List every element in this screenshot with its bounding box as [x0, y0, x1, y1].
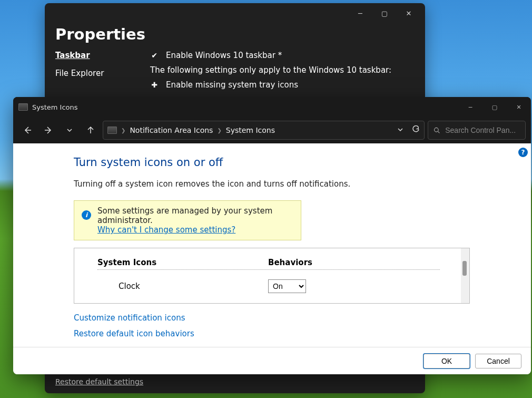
info-icon: i: [82, 210, 91, 220]
system-icons-table: System Icons Behaviors Clock On: [74, 248, 470, 304]
window-title: System Icons: [32, 103, 78, 111]
help-icon[interactable]: ?: [518, 148, 528, 157]
forward-button[interactable]: [40, 121, 57, 139]
page-heading: Turn system icons on or off: [74, 156, 531, 169]
plus-icon: ✚: [150, 81, 159, 89]
location-icon: [107, 127, 117, 134]
properties-title: Properties: [55, 25, 415, 43]
address-bar[interactable]: ❯ Notification Area Icons ❯ System Icons: [103, 121, 425, 140]
scrollbar[interactable]: [461, 248, 469, 303]
restore-default-behaviors-link[interactable]: Restore default icon behaviors: [74, 329, 531, 338]
system-icons-window: System Icons ─ ▢ ✕ ❯ Notification Area I…: [13, 97, 531, 374]
icon-name-clock: Clock: [97, 281, 268, 291]
address-dropdown-button[interactable]: [397, 126, 403, 134]
scrollbar-thumb[interactable]: [462, 261, 467, 276]
search-icon: [434, 127, 440, 134]
maximize-button[interactable]: ▢: [372, 5, 397, 21]
setting-note: The following settings only apply to the…: [150, 65, 415, 75]
close-button[interactable]: ✕: [507, 97, 531, 117]
refresh-button[interactable]: [412, 125, 420, 135]
minimize-button[interactable]: ─: [458, 97, 482, 117]
setting-enable-win10-taskbar[interactable]: ✔ Enable Windows 10 taskbar *: [150, 51, 415, 60]
check-icon: ✔: [150, 51, 159, 60]
setting-enable-tray-icons[interactable]: ✚ Enable missing system tray icons: [150, 80, 415, 90]
column-header-system-icons: System Icons: [97, 258, 268, 267]
chevron-right-icon: ❯: [217, 128, 221, 133]
cancel-button[interactable]: Cancel: [475, 354, 521, 368]
close-button[interactable]: ✕: [397, 5, 421, 21]
sidebar-item-file-explorer[interactable]: File Explorer: [55, 69, 134, 78]
admin-info-banner: i Some settings are managed by your syst…: [74, 200, 301, 240]
svg-point-0: [435, 128, 439, 132]
banner-help-link[interactable]: Why can't I change some settings?: [97, 225, 235, 235]
page-description: Turning off a system icon removes the ic…: [74, 179, 531, 189]
window-icon: [18, 103, 28, 111]
minimize-button[interactable]: ─: [348, 5, 372, 21]
breadcrumb-system-icons[interactable]: System Icons: [226, 126, 275, 134]
system-icons-titlebar: System Icons ─ ▢ ✕: [13, 97, 531, 117]
content-area: ? Turn system icons on or off Turning of…: [13, 143, 531, 347]
ok-button[interactable]: OK: [423, 354, 470, 368]
maximize-button[interactable]: ▢: [482, 97, 507, 117]
recent-dropdown-button[interactable]: [61, 121, 78, 139]
customize-notification-icons-link[interactable]: Customize notification icons: [74, 313, 531, 323]
search-box[interactable]: [428, 121, 526, 140]
sidebar-item-taskbar[interactable]: Taskbar: [55, 51, 134, 60]
nav-toolbar: ❯ Notification Area Icons ❯ System Icons: [13, 117, 531, 143]
table-row: Clock On: [97, 270, 440, 293]
properties-sidebar: Taskbar File Explorer: [55, 51, 134, 90]
properties-titlebar: ─ ▢ ✕: [45, 3, 425, 23]
restore-defaults-link[interactable]: Restore default settings: [55, 377, 143, 386]
up-button[interactable]: [82, 121, 100, 139]
chevron-right-icon: ❯: [121, 128, 125, 133]
back-button[interactable]: [18, 121, 36, 139]
column-header-behaviors: Behaviors: [268, 258, 440, 267]
banner-text: Some settings are managed by your system…: [97, 206, 293, 225]
setting-label: Enable missing system tray icons: [166, 80, 298, 90]
setting-label: Enable Windows 10 taskbar *: [166, 51, 282, 60]
breadcrumb-notification-area[interactable]: Notification Area Icons: [130, 126, 213, 134]
dialog-footer: OK Cancel: [13, 347, 531, 374]
behavior-select-clock[interactable]: On: [268, 279, 306, 293]
search-input[interactable]: [444, 125, 520, 135]
